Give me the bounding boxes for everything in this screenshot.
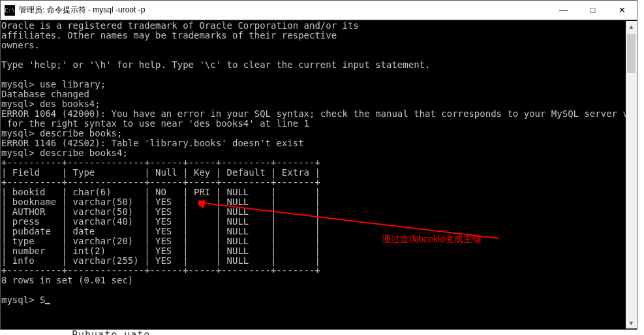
cmd-window: C:\ 管理员: 命令提示符 - mysql -uroot -p — □ ✕ O…	[0, 0, 637, 330]
error-line: ERROR 1064 (42000): You have an error in…	[1, 108, 636, 129]
intro-text: Oracle is a registered trademark of Orac…	[1, 21, 430, 70]
prompt-line: mysql> use library;	[1, 79, 106, 89]
prompt-line: mysql> describe books4;	[1, 148, 128, 158]
db-changed-line: Database changed	[1, 89, 89, 99]
prompt-line: mysql> des books4;	[1, 99, 100, 109]
window-title: 管理员: 命令提示符 - mysql -uroot -p	[19, 5, 145, 16]
maximize-button[interactable]: □	[578, 1, 607, 20]
table-header: | Field | Type | Null | Key | Default | …	[1, 167, 320, 178]
titlebar[interactable]: C:\ 管理员: 命令提示符 - mysql -uroot -p — □ ✕	[1, 1, 637, 20]
cursor-icon	[45, 303, 50, 304]
prompt-line: mysql> S	[1, 295, 45, 305]
table-row: | bookname | varchar(50) | YES | | NULL …	[1, 197, 320, 207]
table-row: | type | varchar(20) | YES | | NULL | |	[1, 236, 320, 246]
scrollbar-thumb[interactable]	[627, 34, 636, 73]
table-row: | press | varchar(40) | YES | | NULL | |	[1, 216, 320, 227]
table-row: | pubdate | date | YES | | NULL | |	[1, 226, 320, 236]
background-partial-text: Pubuate uate.	[72, 329, 157, 335]
terminal-output[interactable]: Oracle is a registered trademark of Orac…	[1, 21, 636, 328]
rows-count-line: 8 rows in set (0.01 sec)	[1, 275, 133, 285]
minimize-button[interactable]: —	[549, 1, 578, 20]
table-border: +----------+--------------+------+-----+…	[1, 157, 320, 168]
close-button[interactable]: ✕	[607, 1, 637, 20]
table-row: | info | varchar(255) | YES | | NULL | |	[1, 255, 320, 266]
error-line: ERROR 1146 (42S02): Table 'library.books…	[1, 138, 304, 148]
prompt-line: mysql> describe books;	[1, 128, 122, 138]
scroll-down-icon[interactable]: ▼	[626, 317, 637, 328]
table-border: +----------+--------------+------+-----+…	[1, 177, 320, 187]
scroll-up-icon[interactable]: ▲	[626, 21, 637, 32]
table-row: | number | int(2) | YES | | NULL | |	[1, 246, 320, 256]
vertical-scrollbar[interactable]: ▲ ▼	[626, 21, 637, 328]
table-row: | AUTHOR | varchar(50) | YES | | NULL | …	[1, 206, 320, 217]
cmd-icon: C:\	[5, 5, 15, 16]
table-border: +----------+--------------+------+-----+…	[1, 265, 320, 276]
table-row: | bookid | char(6) | NO | PRI | NULL | |	[1, 187, 320, 197]
